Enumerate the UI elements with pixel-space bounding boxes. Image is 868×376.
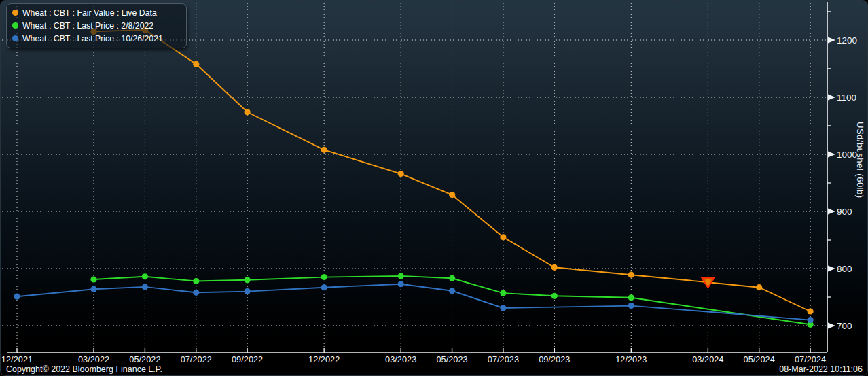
x-tick-label: 05/2022 <box>129 354 160 364</box>
data-point-last-price-2-8-2022[interactable] <box>142 273 148 279</box>
y-axis-title: USd/bushel (60lb) <box>855 122 865 199</box>
bloomberg-chart-window: 12/202103/202205/202207/202209/202212/20… <box>0 0 868 376</box>
data-point-fair-value-live[interactable] <box>245 109 251 115</box>
series-line-last-price-10-26-2021[interactable] <box>17 284 810 320</box>
series-last-price-10-26-2021[interactable] <box>14 281 813 323</box>
x-tick-label: 03/2024 <box>692 354 723 364</box>
y-tick-label: 1000 <box>837 150 857 160</box>
x-tick-label: 03/2022 <box>78 354 109 364</box>
data-point-last-price-10-26-2021[interactable] <box>142 284 148 290</box>
copyright-text: Copyright© 2022 Bloomberg Finance L.P. <box>6 364 162 374</box>
data-point-last-price-2-8-2022[interactable] <box>449 275 455 281</box>
data-point-last-price-2-8-2022[interactable] <box>551 293 558 299</box>
data-point-fair-value-live[interactable] <box>808 308 814 314</box>
data-point-last-price-10-26-2021[interactable] <box>628 303 634 309</box>
x-tick-label: 12/2023 <box>615 354 647 364</box>
data-point-last-price-10-26-2021[interactable] <box>90 286 96 292</box>
x-tick-label: 09/2022 <box>232 354 263 364</box>
y-tick-label: 1100 <box>837 92 856 103</box>
legend-item-label: Wheat : CBT : Last Price : 2/8/2022 <box>22 21 153 31</box>
data-point-last-price-10-26-2021[interactable] <box>398 281 404 287</box>
data-point-last-price-2-8-2022[interactable] <box>500 290 506 296</box>
series-line-fair-value-live[interactable] <box>94 30 810 311</box>
gridlines <box>2 1 827 352</box>
series-fair-value-live[interactable] <box>90 27 813 314</box>
data-point-fair-value-live[interactable] <box>193 61 199 67</box>
data-point-last-price-10-26-2021[interactable] <box>321 284 327 290</box>
x-tick-label: 03/2023 <box>385 354 416 364</box>
data-point-fair-value-live[interactable] <box>321 147 327 153</box>
x-tick-label: 07/2024 <box>795 354 826 364</box>
data-point-fair-value-live[interactable] <box>500 234 506 240</box>
data-point-last-price-10-26-2021[interactable] <box>449 288 455 294</box>
x-tick-label: 05/2024 <box>744 354 775 364</box>
chart-legend: Wheat : CBT : Fair Value : Live DataWhea… <box>6 3 187 48</box>
x-tick-label: 12/2022 <box>308 354 340 364</box>
data-point-last-price-10-26-2021[interactable] <box>193 290 199 296</box>
legend-series-dot-icon <box>12 10 18 16</box>
y-axis-ticks: 700800900100011001200 <box>827 12 857 331</box>
data-point-fair-value-live[interactable] <box>398 171 404 177</box>
legend-item[interactable]: Wheat : CBT : Fair Value : Live Data <box>12 6 182 19</box>
legend-item[interactable]: Wheat : CBT : Last Price : 10/26/2021 <box>12 32 182 45</box>
legend-item-label: Wheat : CBT : Fair Value : Live Data <box>22 8 157 18</box>
timestamp-text: 08-Mar-2022 10:11:06 <box>779 364 863 374</box>
data-point-last-price-10-26-2021[interactable] <box>500 305 506 311</box>
data-point-last-price-10-26-2021[interactable] <box>245 288 251 294</box>
data-point-fair-value-live[interactable] <box>551 264 558 271</box>
x-axis-ticks: 12/202103/202205/202207/202209/202212/20… <box>1 348 826 364</box>
x-tick-label: 12/2021 <box>1 354 33 364</box>
x-tick-label: 09/2023 <box>539 354 570 364</box>
legend-item[interactable]: Wheat : CBT : Last Price : 2/8/2022 <box>12 19 182 32</box>
data-point-last-price-2-8-2022[interactable] <box>321 274 327 280</box>
legend-series-dot-icon <box>12 22 18 29</box>
data-point-last-price-2-8-2022[interactable] <box>193 278 199 284</box>
data-point-fair-value-live[interactable] <box>756 284 762 290</box>
x-tick-label: 07/2022 <box>181 354 212 364</box>
legend-series-dot-icon <box>12 35 18 41</box>
y-tick-label: 900 <box>837 207 852 217</box>
x-tick-label: 07/2023 <box>488 354 519 364</box>
x-tick-label: 05/2023 <box>436 354 467 364</box>
data-point-last-price-10-26-2021[interactable] <box>14 294 20 300</box>
data-point-fair-value-live[interactable] <box>449 192 455 198</box>
legend-item-label: Wheat : CBT : Last Price : 10/26/2021 <box>22 34 163 44</box>
data-point-last-price-2-8-2022[interactable] <box>90 276 96 282</box>
axes <box>7 2 827 352</box>
y-tick-label: 1200 <box>837 35 857 46</box>
data-point-last-price-2-8-2022[interactable] <box>398 273 404 279</box>
y-tick-label: 800 <box>837 264 852 274</box>
wheat-futures-curve-chart[interactable]: 12/202103/202205/202207/202209/202212/20… <box>1 1 868 376</box>
data-point-last-price-2-8-2022[interactable] <box>245 277 251 283</box>
data-point-fair-value-live[interactable] <box>628 272 634 278</box>
y-tick-label: 700 <box>837 321 852 331</box>
data-point-last-price-2-8-2022[interactable] <box>628 294 634 301</box>
data-point-last-price-10-26-2021[interactable] <box>808 317 814 323</box>
